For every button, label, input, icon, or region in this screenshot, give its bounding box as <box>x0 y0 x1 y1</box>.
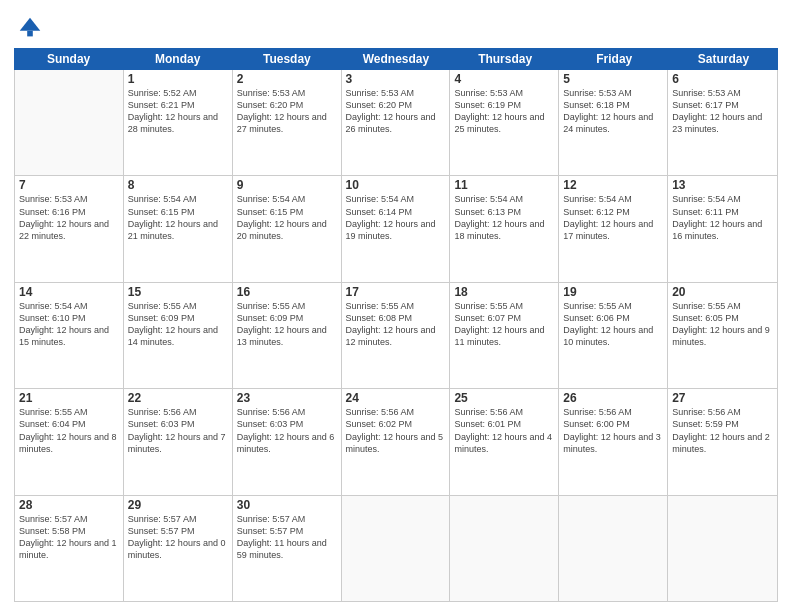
day-info: Sunrise: 5:53 AM Sunset: 6:20 PM Dayligh… <box>237 87 337 136</box>
day-cell: 28Sunrise: 5:57 AM Sunset: 5:58 PM Dayli… <box>15 496 124 601</box>
day-info: Sunrise: 5:55 AM Sunset: 6:05 PM Dayligh… <box>672 300 773 349</box>
day-cell: 18Sunrise: 5:55 AM Sunset: 6:07 PM Dayli… <box>450 283 559 388</box>
day-header-saturday: Saturday <box>669 48 778 70</box>
day-number: 6 <box>672 72 773 86</box>
day-number: 7 <box>19 178 119 192</box>
day-number: 25 <box>454 391 554 405</box>
day-info: Sunrise: 5:56 AM Sunset: 6:02 PM Dayligh… <box>346 406 446 455</box>
day-cell: 11Sunrise: 5:54 AM Sunset: 6:13 PM Dayli… <box>450 176 559 281</box>
day-cell: 4Sunrise: 5:53 AM Sunset: 6:19 PM Daylig… <box>450 70 559 175</box>
day-cell: 27Sunrise: 5:56 AM Sunset: 5:59 PM Dayli… <box>668 389 777 494</box>
day-cell: 16Sunrise: 5:55 AM Sunset: 6:09 PM Dayli… <box>233 283 342 388</box>
day-number: 30 <box>237 498 337 512</box>
day-info: Sunrise: 5:54 AM Sunset: 6:12 PM Dayligh… <box>563 193 663 242</box>
logo <box>14 14 44 42</box>
day-info: Sunrise: 5:55 AM Sunset: 6:07 PM Dayligh… <box>454 300 554 349</box>
day-number: 28 <box>19 498 119 512</box>
day-info: Sunrise: 5:53 AM Sunset: 6:20 PM Dayligh… <box>346 87 446 136</box>
day-cell <box>15 70 124 175</box>
day-cell: 2Sunrise: 5:53 AM Sunset: 6:20 PM Daylig… <box>233 70 342 175</box>
svg-rect-1 <box>27 31 33 37</box>
day-cell: 20Sunrise: 5:55 AM Sunset: 6:05 PM Dayli… <box>668 283 777 388</box>
day-info: Sunrise: 5:54 AM Sunset: 6:15 PM Dayligh… <box>128 193 228 242</box>
day-cell: 26Sunrise: 5:56 AM Sunset: 6:00 PM Dayli… <box>559 389 668 494</box>
day-number: 13 <box>672 178 773 192</box>
day-cell: 30Sunrise: 5:57 AM Sunset: 5:57 PM Dayli… <box>233 496 342 601</box>
calendar: SundayMondayTuesdayWednesdayThursdayFrid… <box>14 48 778 602</box>
day-cell: 22Sunrise: 5:56 AM Sunset: 6:03 PM Dayli… <box>124 389 233 494</box>
day-info: Sunrise: 5:54 AM Sunset: 6:10 PM Dayligh… <box>19 300 119 349</box>
day-info: Sunrise: 5:54 AM Sunset: 6:15 PM Dayligh… <box>237 193 337 242</box>
day-cell: 9Sunrise: 5:54 AM Sunset: 6:15 PM Daylig… <box>233 176 342 281</box>
day-number: 29 <box>128 498 228 512</box>
day-number: 16 <box>237 285 337 299</box>
day-number: 27 <box>672 391 773 405</box>
day-info: Sunrise: 5:53 AM Sunset: 6:17 PM Dayligh… <box>672 87 773 136</box>
day-number: 21 <box>19 391 119 405</box>
day-info: Sunrise: 5:55 AM Sunset: 6:09 PM Dayligh… <box>237 300 337 349</box>
day-header-tuesday: Tuesday <box>232 48 341 70</box>
day-info: Sunrise: 5:52 AM Sunset: 6:21 PM Dayligh… <box>128 87 228 136</box>
header <box>14 10 778 42</box>
day-info: Sunrise: 5:54 AM Sunset: 6:11 PM Dayligh… <box>672 193 773 242</box>
day-info: Sunrise: 5:54 AM Sunset: 6:14 PM Dayligh… <box>346 193 446 242</box>
day-number: 9 <box>237 178 337 192</box>
day-cell <box>559 496 668 601</box>
day-cell: 5Sunrise: 5:53 AM Sunset: 6:18 PM Daylig… <box>559 70 668 175</box>
day-number: 3 <box>346 72 446 86</box>
day-number: 19 <box>563 285 663 299</box>
day-number: 22 <box>128 391 228 405</box>
day-info: Sunrise: 5:56 AM Sunset: 6:03 PM Dayligh… <box>237 406 337 455</box>
day-cell <box>342 496 451 601</box>
day-cell: 21Sunrise: 5:55 AM Sunset: 6:04 PM Dayli… <box>15 389 124 494</box>
day-info: Sunrise: 5:53 AM Sunset: 6:16 PM Dayligh… <box>19 193 119 242</box>
day-cell <box>450 496 559 601</box>
day-cell: 14Sunrise: 5:54 AM Sunset: 6:10 PM Dayli… <box>15 283 124 388</box>
day-number: 1 <box>128 72 228 86</box>
day-number: 14 <box>19 285 119 299</box>
day-header-friday: Friday <box>560 48 669 70</box>
day-info: Sunrise: 5:56 AM Sunset: 6:01 PM Dayligh… <box>454 406 554 455</box>
day-number: 5 <box>563 72 663 86</box>
day-info: Sunrise: 5:53 AM Sunset: 6:18 PM Dayligh… <box>563 87 663 136</box>
day-info: Sunrise: 5:57 AM Sunset: 5:57 PM Dayligh… <box>237 513 337 562</box>
day-number: 12 <box>563 178 663 192</box>
day-number: 8 <box>128 178 228 192</box>
day-info: Sunrise: 5:55 AM Sunset: 6:09 PM Dayligh… <box>128 300 228 349</box>
day-cell: 25Sunrise: 5:56 AM Sunset: 6:01 PM Dayli… <box>450 389 559 494</box>
day-info: Sunrise: 5:53 AM Sunset: 6:19 PM Dayligh… <box>454 87 554 136</box>
day-cell: 29Sunrise: 5:57 AM Sunset: 5:57 PM Dayli… <box>124 496 233 601</box>
day-cell: 23Sunrise: 5:56 AM Sunset: 6:03 PM Dayli… <box>233 389 342 494</box>
day-cell: 10Sunrise: 5:54 AM Sunset: 6:14 PM Dayli… <box>342 176 451 281</box>
week-row-3: 14Sunrise: 5:54 AM Sunset: 6:10 PM Dayli… <box>15 283 777 389</box>
day-cell: 13Sunrise: 5:54 AM Sunset: 6:11 PM Dayli… <box>668 176 777 281</box>
day-cell: 19Sunrise: 5:55 AM Sunset: 6:06 PM Dayli… <box>559 283 668 388</box>
day-info: Sunrise: 5:57 AM Sunset: 5:58 PM Dayligh… <box>19 513 119 562</box>
day-number: 26 <box>563 391 663 405</box>
day-cell: 1Sunrise: 5:52 AM Sunset: 6:21 PM Daylig… <box>124 70 233 175</box>
day-info: Sunrise: 5:56 AM Sunset: 5:59 PM Dayligh… <box>672 406 773 455</box>
day-cell: 15Sunrise: 5:55 AM Sunset: 6:09 PM Dayli… <box>124 283 233 388</box>
day-cell: 8Sunrise: 5:54 AM Sunset: 6:15 PM Daylig… <box>124 176 233 281</box>
day-number: 20 <box>672 285 773 299</box>
calendar-body: 1Sunrise: 5:52 AM Sunset: 6:21 PM Daylig… <box>15 70 777 601</box>
day-header-wednesday: Wednesday <box>341 48 450 70</box>
day-number: 15 <box>128 285 228 299</box>
day-header-thursday: Thursday <box>451 48 560 70</box>
day-number: 10 <box>346 178 446 192</box>
day-number: 2 <box>237 72 337 86</box>
day-cell: 12Sunrise: 5:54 AM Sunset: 6:12 PM Dayli… <box>559 176 668 281</box>
page: SundayMondayTuesdayWednesdayThursdayFrid… <box>0 0 792 612</box>
week-row-1: 1Sunrise: 5:52 AM Sunset: 6:21 PM Daylig… <box>15 70 777 176</box>
day-info: Sunrise: 5:55 AM Sunset: 6:04 PM Dayligh… <box>19 406 119 455</box>
day-info: Sunrise: 5:56 AM Sunset: 6:03 PM Dayligh… <box>128 406 228 455</box>
day-info: Sunrise: 5:56 AM Sunset: 6:00 PM Dayligh… <box>563 406 663 455</box>
day-cell: 3Sunrise: 5:53 AM Sunset: 6:20 PM Daylig… <box>342 70 451 175</box>
week-row-4: 21Sunrise: 5:55 AM Sunset: 6:04 PM Dayli… <box>15 389 777 495</box>
day-info: Sunrise: 5:55 AM Sunset: 6:08 PM Dayligh… <box>346 300 446 349</box>
day-cell: 7Sunrise: 5:53 AM Sunset: 6:16 PM Daylig… <box>15 176 124 281</box>
day-cell: 24Sunrise: 5:56 AM Sunset: 6:02 PM Dayli… <box>342 389 451 494</box>
day-cell <box>668 496 777 601</box>
day-number: 4 <box>454 72 554 86</box>
day-header-sunday: Sunday <box>14 48 123 70</box>
